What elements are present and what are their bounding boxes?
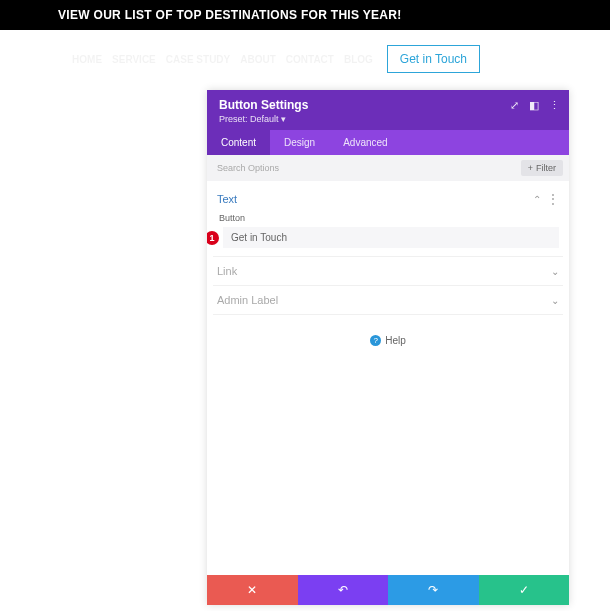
button-text-input[interactable]	[223, 227, 559, 248]
nav-link[interactable]: HOME	[72, 54, 102, 65]
chevron-up-icon: ⌃	[533, 194, 541, 205]
nav-link[interactable]: SERVICE	[112, 54, 156, 65]
get-in-touch-button[interactable]: Get in Touch	[387, 45, 480, 73]
promo-banner: VIEW OUR LIST OF TOP DESTINATIONS FOR TH…	[0, 0, 610, 30]
panel-header[interactable]: Button Settings Preset: Default ▾ ⤢ ◧ ⋮	[207, 90, 569, 130]
menu-icon[interactable]: ⋮	[549, 100, 559, 110]
nav-link[interactable]: BLOG	[344, 54, 373, 65]
close-icon: ✕	[247, 583, 257, 597]
section-link: Link ⌄	[213, 257, 563, 286]
section-admin-label: Admin Label ⌄	[213, 286, 563, 315]
tab-content[interactable]: Content	[207, 130, 270, 155]
save-button[interactable]: ✓	[479, 575, 570, 605]
redo-button[interactable]: ↷	[388, 575, 479, 605]
section-title: Admin Label	[217, 294, 278, 306]
tab-advanced[interactable]: Advanced	[329, 130, 401, 155]
nav-links: HOME SERVICE CASE STUDY ABOUT CONTACT BL…	[72, 54, 373, 65]
panel-footer: ✕ ↶ ↷ ✓	[207, 575, 569, 605]
section-title: Link	[217, 265, 237, 277]
section-text-header[interactable]: Text ⌃⋮	[217, 193, 559, 205]
step-badge-1: 1	[207, 231, 219, 245]
nav-link[interactable]: CASE STUDY	[166, 54, 230, 65]
check-icon: ✓	[519, 583, 529, 597]
button-settings-panel: Button Settings Preset: Default ▾ ⤢ ◧ ⋮ …	[207, 90, 569, 605]
undo-icon: ↶	[338, 583, 348, 597]
panel-title: Button Settings	[219, 98, 557, 112]
chevron-down-icon: ⌄	[551, 295, 559, 306]
filter-button[interactable]: +Filter	[521, 160, 563, 176]
search-row: Search Options +Filter	[207, 155, 569, 181]
field-label-button: Button	[219, 213, 557, 223]
tab-design[interactable]: Design	[270, 130, 329, 155]
nav-link[interactable]: ABOUT	[240, 54, 276, 65]
snap-icon[interactable]: ◧	[529, 100, 539, 110]
section-link-header[interactable]: Link ⌄	[217, 265, 559, 277]
panel-body: Text ⌃⋮ Button 1 Link ⌄ Admin Label ⌄	[207, 181, 569, 575]
redo-icon: ↷	[428, 583, 438, 597]
search-options-input[interactable]: Search Options	[217, 163, 279, 173]
panel-tabs: Content Design Advanced	[207, 130, 569, 155]
expand-icon[interactable]: ⤢	[509, 100, 519, 110]
more-icon[interactable]: ⋮	[547, 193, 559, 205]
help-icon: ?	[370, 335, 381, 346]
cancel-button[interactable]: ✕	[207, 575, 298, 605]
chevron-down-icon: ⌄	[551, 266, 559, 277]
undo-button[interactable]: ↶	[298, 575, 389, 605]
plus-icon: +	[528, 163, 533, 173]
nav-link[interactable]: CONTACT	[286, 54, 334, 65]
section-text: Text ⌃⋮ Button 1	[213, 185, 563, 257]
section-admin-header[interactable]: Admin Label ⌄	[217, 294, 559, 306]
section-title: Text	[217, 193, 237, 205]
help-link[interactable]: ?Help	[370, 335, 406, 346]
panel-preset[interactable]: Preset: Default ▾	[219, 114, 557, 124]
site-nav: HOME SERVICE CASE STUDY ABOUT CONTACT BL…	[0, 30, 610, 83]
